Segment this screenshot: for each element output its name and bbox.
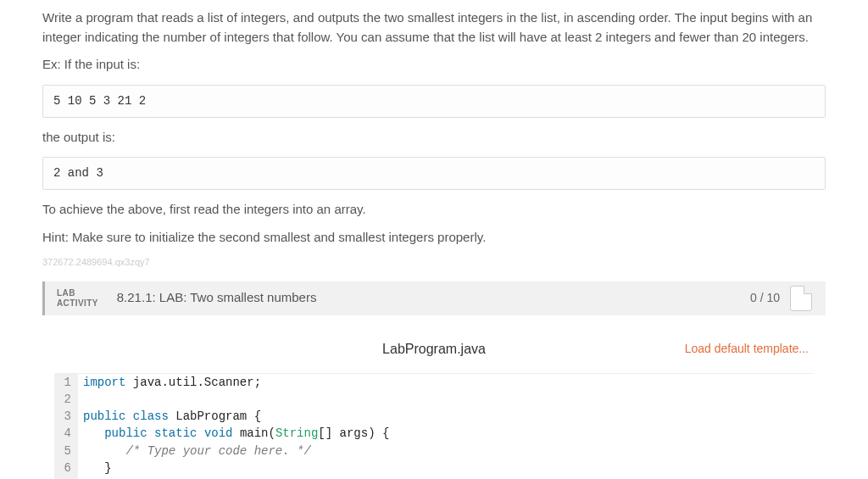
editor-filename: LabProgram.java [382,339,486,359]
problem-paragraph-output: the output is: [42,128,826,148]
lab-badge-line1: LAB [57,288,98,298]
line-number: 6 [54,460,78,476]
code-content[interactable]: import java.util.Scanner; [78,374,261,391]
code-line[interactable]: 3public class LabProgram { [54,408,814,425]
load-default-template-link[interactable]: Load default template... [685,340,809,358]
problem-paragraph-1: Write a program that reads a list of int… [42,8,826,47]
output-example-box: 2 and 3 [42,157,826,190]
problem-paragraph-hint: Hint: Make sure to initialize the second… [42,228,826,248]
code-line[interactable]: 4 public static void main(String[] args)… [54,425,814,442]
problem-paragraph-ex: Ex: If the input is: [42,55,826,75]
page-fold-icon [790,286,812,311]
output-example-text: 2 and 3 [53,166,103,180]
code-editor[interactable]: 1import java.util.Scanner;23public class… [54,373,814,480]
lab-score: 0 / 10 [750,289,780,307]
watermark-text: 372672.2489694.qx3zqy7 [42,255,826,270]
input-example-box: 5 10 5 3 21 2 [42,85,826,118]
lab-activity-header: LAB ACTIVITY 8.21.1: LAB: Two smallest n… [42,281,826,315]
code-line[interactable]: 5 /* Type your code here. */ [54,443,814,460]
lab-title: 8.21.1: LAB: Two smallest numbers [110,288,324,308]
input-example-text: 5 10 5 3 21 2 [53,94,146,108]
problem-paragraph-array: To achieve the above, first read the int… [42,200,826,220]
code-content[interactable]: public static void main(String[] args) { [78,425,389,442]
code-content[interactable]: public class LabProgram { [78,408,261,425]
code-line[interactable]: 6 } [54,460,814,476]
code-line[interactable]: 2 [54,391,814,408]
code-content[interactable]: } [78,460,112,476]
code-line[interactable]: 1import java.util.Scanner; [54,374,814,391]
code-content[interactable]: /* Type your code here. */ [78,443,311,460]
line-number: 1 [54,374,78,391]
lab-header-right: 0 / 10 [750,286,826,311]
line-number: 3 [54,408,78,425]
line-number: 4 [54,425,78,442]
code-content[interactable] [78,391,83,408]
lab-activity-badge: LAB ACTIVITY [45,281,110,315]
editor-panel: LabProgram.java Load default template...… [42,331,826,480]
lab-header-left: LAB ACTIVITY 8.21.1: LAB: Two smallest n… [45,281,323,315]
lab-badge-line2: ACTIVITY [57,298,98,309]
editor-top-bar: LabProgram.java Load default template... [54,331,814,373]
line-number: 5 [54,443,78,460]
line-number: 2 [54,391,78,408]
